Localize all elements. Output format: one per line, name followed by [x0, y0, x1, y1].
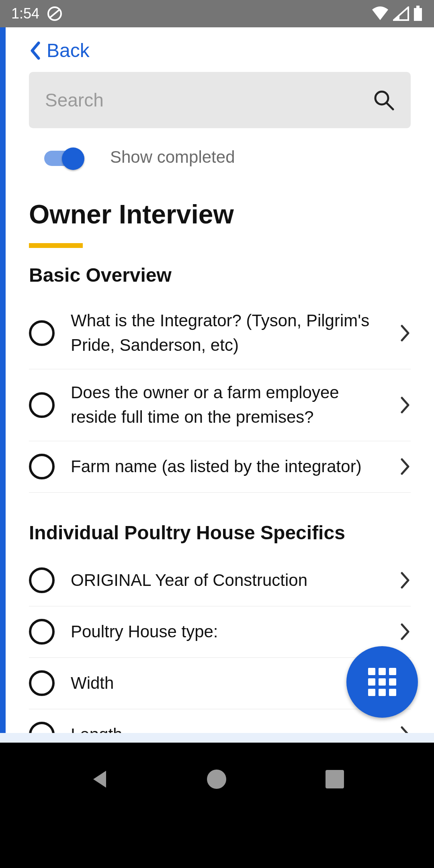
search-box[interactable] — [29, 72, 411, 128]
android-nav-bar — [0, 743, 434, 868]
status-time: 1:54 — [11, 5, 39, 22]
chevron-right-icon — [400, 726, 411, 733]
svg-rect-2 — [416, 6, 420, 8]
search-icon[interactable] — [373, 89, 395, 111]
status-circle-icon — [29, 722, 55, 733]
grid-icon — [368, 668, 396, 696]
status-bar: 1:54 — [0, 0, 434, 27]
list-item-label: Farm name (as listed by the integrator) — [71, 454, 384, 479]
list-item[interactable]: What is the Integrator? (Tyson, Pilgrim'… — [29, 297, 411, 369]
svg-rect-1 — [414, 8, 422, 21]
list-item[interactable]: Length — [29, 709, 411, 733]
chevron-right-icon — [400, 571, 411, 589]
wifi-icon — [371, 6, 389, 21]
cell-signal-icon — [393, 6, 409, 21]
status-circle-icon — [29, 320, 55, 346]
status-circle-icon — [29, 670, 55, 696]
status-circle-icon — [29, 567, 55, 593]
nav-home-button[interactable] — [207, 770, 226, 789]
list-item-label: Length — [71, 723, 384, 733]
section-heading: Basic Overview — [29, 264, 411, 286]
page-title: Owner Interview — [29, 199, 411, 229]
nav-recent-button[interactable] — [326, 770, 344, 788]
status-circle-icon — [29, 392, 55, 418]
search-input[interactable] — [45, 89, 373, 111]
back-label: Back — [47, 39, 90, 61]
show-completed-toggle[interactable] — [44, 147, 84, 167]
list-item[interactable]: Does the owner or a farm employee reside… — [29, 369, 411, 441]
status-circle-icon — [29, 619, 55, 645]
bottom-strip — [0, 733, 434, 743]
chevron-right-icon — [400, 623, 411, 641]
list-item-label: Does the owner or a farm employee reside… — [71, 381, 384, 430]
list-item-label: Poultry House type: — [71, 620, 384, 644]
svg-line-4 — [387, 103, 393, 109]
app-screen: Back Show completed Owner Interview Basi… — [0, 27, 434, 733]
list-item-label: ORIGINAL Year of Construction — [71, 568, 384, 593]
back-button[interactable]: Back — [29, 27, 411, 72]
battery-icon — [413, 6, 423, 22]
title-underline — [29, 243, 83, 248]
list-item[interactable]: Poultry House type: — [29, 606, 411, 658]
list-item[interactable]: Farm name (as listed by the integrator) — [29, 441, 411, 493]
status-circle-icon — [29, 454, 55, 479]
chevron-right-icon — [400, 396, 411, 414]
chevron-left-icon — [29, 41, 41, 60]
list-item[interactable]: ORIGINAL Year of Construction — [29, 555, 411, 606]
list-item-label: Width — [71, 671, 384, 696]
list-item-label: What is the Integrator? (Tyson, Pilgrim'… — [71, 309, 384, 358]
fab-menu-button[interactable] — [346, 646, 418, 718]
section-heading: Individual Poultry House Specifics — [29, 522, 411, 544]
chevron-right-icon — [400, 458, 411, 475]
do-not-disturb-icon — [47, 6, 63, 22]
show-completed-label: Show completed — [110, 147, 235, 167]
nav-back-button[interactable] — [90, 769, 108, 789]
chevron-right-icon — [400, 324, 411, 342]
